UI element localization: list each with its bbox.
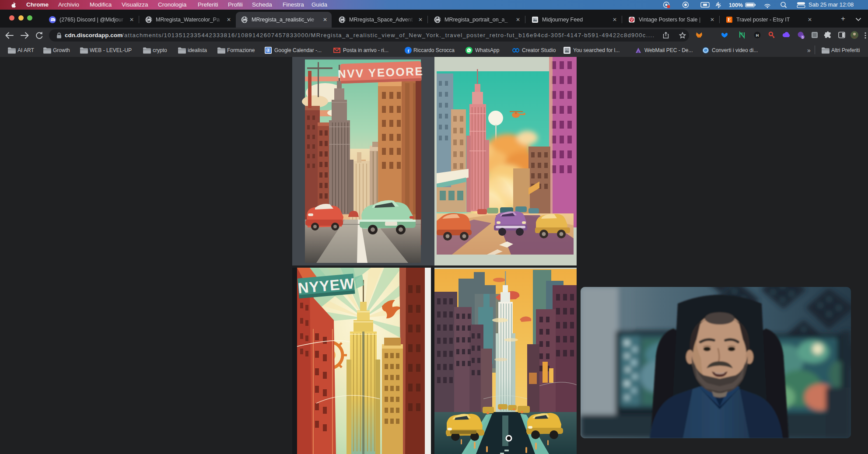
svg-text:5: 5 — [802, 35, 803, 39]
svg-text:100%: 100% — [729, 2, 743, 8]
svg-text:f: f — [408, 48, 410, 53]
svg-text:31: 31 — [266, 48, 270, 52]
svg-text:H: H — [756, 33, 759, 38]
svg-text:E: E — [728, 17, 731, 22]
